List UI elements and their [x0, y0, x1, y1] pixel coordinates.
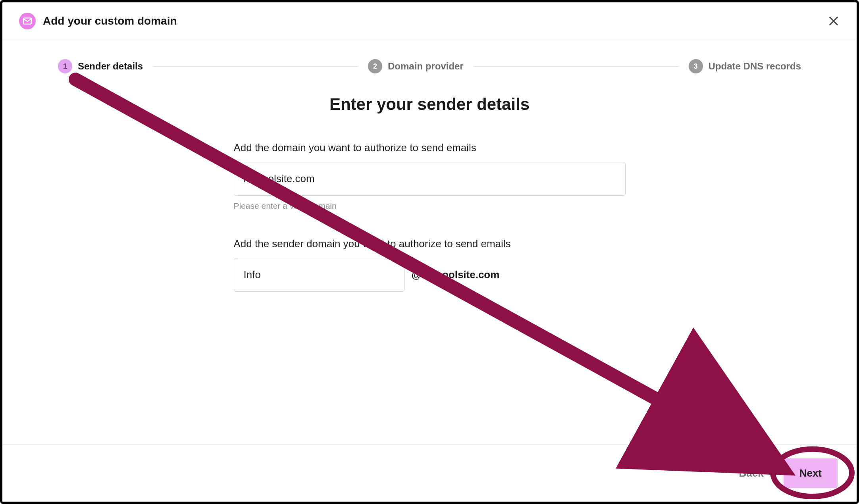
header-left: Add your custom domain — [19, 13, 177, 29]
sender-field-label: Add the sender domain you want to author… — [234, 238, 626, 250]
step-label: Domain provider — [388, 61, 464, 72]
close-button[interactable] — [827, 15, 840, 27]
modal-frame: Add your custom domain 1 Sender details … — [0, 0, 859, 504]
sender-field-group: Add the sender domain you want to author… — [234, 238, 626, 292]
step-number: 1 — [58, 59, 72, 73]
domain-field-group: Add the domain you want to authorize to … — [234, 142, 626, 211]
step-divider — [153, 66, 358, 67]
modal-content: Enter your sender details Add the domain… — [2, 82, 857, 292]
brand-icon — [19, 13, 36, 29]
step-number: 2 — [368, 59, 382, 73]
section-heading: Enter your sender details — [329, 95, 530, 114]
domain-input[interactable] — [234, 162, 626, 196]
sender-at-domain: @mycoolsite.com — [412, 269, 500, 281]
back-button[interactable]: Back — [731, 460, 771, 487]
step-sender-details: 1 Sender details — [58, 59, 143, 73]
form-area: Add the domain you want to authorize to … — [234, 142, 626, 292]
domain-field-label: Add the domain you want to authorize to … — [234, 142, 626, 154]
step-divider — [474, 66, 678, 67]
next-button[interactable]: Next — [784, 458, 838, 488]
step-label: Update DNS records — [709, 61, 801, 72]
modal-header: Add your custom domain — [2, 2, 857, 40]
modal-title: Add your custom domain — [43, 15, 177, 27]
modal-footer: Back Next — [2, 444, 857, 502]
step-label: Sender details — [78, 61, 143, 72]
domain-helper-text: Please enter a valid domain — [234, 201, 626, 211]
close-icon — [827, 15, 840, 27]
step-domain-provider: 2 Domain provider — [368, 59, 464, 73]
stepper: 1 Sender details 2 Domain provider 3 Upd… — [2, 40, 857, 82]
sender-row: @mycoolsite.com — [234, 258, 626, 292]
sender-localpart-input[interactable] — [234, 258, 404, 292]
step-number: 3 — [689, 59, 703, 73]
step-update-dns: 3 Update DNS records — [689, 59, 801, 73]
